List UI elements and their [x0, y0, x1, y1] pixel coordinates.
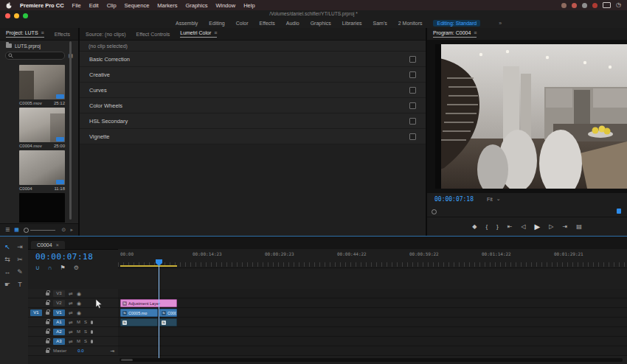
go-to-in-button[interactable]: ⇤ [508, 224, 513, 230]
workspace-tab-libraries[interactable]: Libraries [342, 21, 362, 26]
mute-button[interactable]: M [77, 339, 80, 343]
lock-icon[interactable] [46, 340, 49, 343]
list-item[interactable]: C0005.mov 25:12 [19, 65, 65, 105]
lumetri-section-curves[interactable]: Curves [80, 83, 426, 98]
lock-icon[interactable] [46, 293, 49, 295]
pen-tool[interactable]: ✎ [15, 267, 25, 277]
menu-extra-icon-3[interactable] [582, 3, 587, 8]
mute-button[interactable]: M [77, 320, 80, 324]
clip-thumbnail[interactable] [19, 108, 65, 142]
menu-window[interactable]: Window [215, 2, 235, 9]
menu-edit[interactable]: Edit [89, 2, 99, 9]
lumetri-section-hsl-secondary[interactable]: HSL Secondary [80, 113, 426, 129]
play-button[interactable]: ▶ [535, 223, 541, 231]
lock-icon[interactable] [46, 350, 49, 353]
clip-thumbnail[interactable] [19, 65, 65, 99]
icon-view-button[interactable]: ▦ [14, 227, 19, 233]
track-target-a1[interactable]: A1 [53, 319, 65, 326]
track-header-v2[interactable]: V2 ⇌ ◉ [28, 298, 118, 308]
panel-menu-icon[interactable]: ≡ [474, 30, 477, 35]
menu-markers[interactable]: Markers [157, 2, 177, 9]
track-target-v1[interactable]: V1 [53, 309, 65, 316]
mark-in-button[interactable]: { [485, 224, 488, 230]
tab-effects[interactable]: Effects [55, 32, 70, 37]
program-video-frame[interactable] [435, 44, 627, 189]
list-view-button[interactable]: ☰ [5, 227, 10, 233]
tab-effect-controls[interactable]: Effect Controls [136, 32, 170, 37]
lock-icon[interactable] [46, 302, 49, 305]
scrubber-playhead[interactable] [432, 209, 437, 214]
add-marker-button[interactable]: ◆ [472, 224, 477, 230]
razor-tool[interactable]: ✂ [15, 255, 25, 265]
clip-c0005-audio[interactable]: fx [120, 318, 158, 326]
track-header-a2[interactable]: A2 ⇌ M S [28, 327, 118, 337]
clip-name[interactable]: C0005.mov [19, 101, 42, 105]
clip-c0004-video[interactable]: fx C0004.m [159, 309, 177, 317]
tab-lumetri-color[interactable]: Lumetri Color ≡ [180, 30, 217, 38]
project-scrollbar[interactable] [69, 41, 72, 220]
fit-sequence-icon[interactable]: ⇥ [110, 349, 114, 354]
track-target-v3[interactable]: V3 [53, 290, 65, 297]
export-frame-button[interactable]: ▤ [576, 224, 582, 230]
lumetri-section-basic-correction[interactable]: Basic Correction [80, 52, 426, 67]
slip-tool[interactable]: ↔ [2, 267, 13, 277]
mute-button[interactable]: M [77, 329, 80, 334]
clock-icon[interactable]: ◷ [616, 2, 621, 8]
track-output-eye-icon[interactable]: ◉ [77, 310, 81, 315]
lumetri-section-creative[interactable]: Creative [80, 67, 426, 83]
snap-toggle[interactable]: ∪ [35, 265, 40, 271]
footer-more-icon[interactable]: ▸ [70, 227, 73, 233]
timeline-timecode[interactable]: 00:00:07:18 [35, 252, 93, 262]
track-header-v3[interactable]: V3 ⇌ ◉ [28, 289, 118, 298]
go-to-out-button[interactable]: ⇥ [562, 224, 567, 230]
section-enable-checkbox[interactable] [409, 118, 416, 125]
clip-thumbnail[interactable] [19, 150, 65, 185]
apple-icon[interactable] [6, 2, 12, 9]
section-enable-checkbox[interactable] [409, 56, 416, 63]
section-enable-checkbox[interactable] [409, 87, 416, 94]
workspace-tab-sams[interactable]: Sam's [373, 21, 387, 26]
solo-button[interactable]: S [84, 320, 87, 324]
section-enable-checkbox[interactable] [409, 133, 416, 140]
workspace-tab-effects[interactable]: Effects [259, 21, 274, 26]
voiceover-mic-icon[interactable] [91, 321, 93, 324]
track-target-a2[interactable]: A2 [53, 329, 65, 335]
panel-menu-icon[interactable]: ≡ [41, 30, 44, 35]
track-output-eye-icon[interactable]: ◉ [77, 291, 81, 296]
linked-selection-toggle[interactable]: ∩ [48, 265, 52, 271]
sync-lock-icon[interactable]: ⇌ [69, 320, 73, 325]
source-patch-v1[interactable]: V1 [30, 309, 42, 316]
workspace-tab-editing[interactable]: Editing [209, 21, 224, 26]
ripple-edit-tool[interactable]: ⇆ [2, 255, 13, 265]
add-marker-button[interactable]: ⚑ [60, 265, 66, 271]
sync-lock-icon[interactable]: ⇌ [69, 339, 73, 344]
mark-out-button[interactable]: } [496, 224, 499, 230]
workspace-tab-2monitors[interactable]: 2 Monitors [398, 21, 423, 26]
clip-c0004-audio[interactable]: fx [159, 318, 177, 326]
list-item[interactable] [19, 193, 65, 223]
project-root-bin[interactable]: LUTS.prproj [0, 41, 78, 51]
track-select-tool[interactable]: ⇥ [15, 242, 25, 252]
zoom-level-select[interactable]: Fit ⌄ [487, 196, 501, 202]
menu-extra-icon-2[interactable] [572, 3, 577, 8]
list-item[interactable]: C0004.mov 25:00 [19, 108, 65, 148]
step-forward-button[interactable]: ▷ [549, 224, 553, 230]
tab-project[interactable]: Project: LUTS ≡ [6, 30, 44, 38]
step-back-button[interactable]: ◁ [521, 224, 525, 230]
solo-button[interactable]: S [84, 329, 87, 334]
workspace-tab-active[interactable]: Editing: Standard [433, 20, 480, 27]
clip-name[interactable]: C0004 [19, 186, 32, 191]
timeline-lanes[interactable]: fx Adjustment Layer fx C0005.mo fx C0004… [118, 289, 627, 356]
find-button[interactable]: ⊙ [62, 227, 66, 233]
tab-source[interactable]: Source: (no clips) [86, 32, 125, 37]
menu-clip[interactable]: Clip [107, 2, 117, 9]
sync-lock-icon[interactable]: ⇌ [69, 291, 73, 296]
sync-lock-icon[interactable]: ⇌ [69, 301, 73, 306]
close-icon[interactable]: × [56, 242, 59, 248]
track-header-a3[interactable]: A3 ⇌ M S [28, 337, 118, 346]
list-item[interactable]: C0004 11:18 [19, 150, 65, 191]
timeline-playhead-line[interactable] [159, 266, 159, 361]
timeline-horizontal-scrollbar[interactable] [119, 358, 623, 362]
track-output-eye-icon[interactable]: ◉ [77, 301, 81, 306]
menu-app-name[interactable]: Premiere Pro CC [20, 2, 64, 9]
